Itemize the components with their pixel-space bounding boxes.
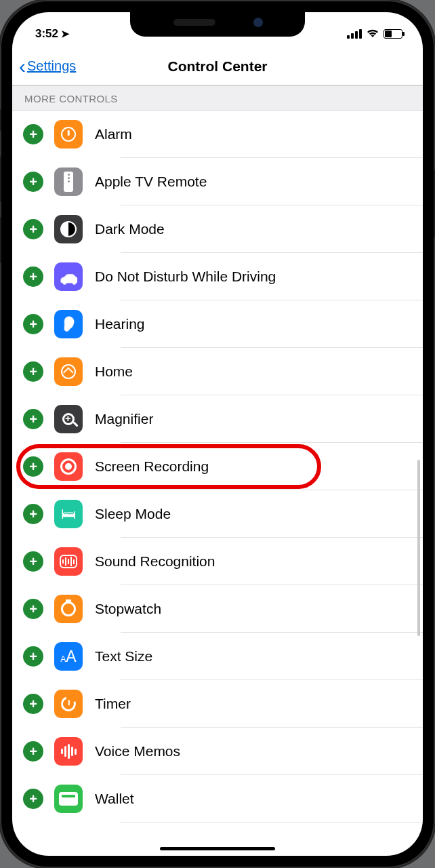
text-size-icon: AA bbox=[54, 642, 83, 671]
control-row[interactable]: +Wallet bbox=[12, 775, 423, 823]
wallet-icon bbox=[54, 785, 83, 813]
voice-memos-icon bbox=[54, 737, 83, 766]
control-label: Apple TV Remote bbox=[95, 174, 207, 190]
add-control-button[interactable]: + bbox=[23, 504, 43, 524]
control-row[interactable]: +Dark Mode bbox=[12, 205, 423, 253]
control-label: Stopwatch bbox=[95, 601, 161, 617]
sleep-mode-icon bbox=[54, 500, 83, 528]
control-row[interactable]: +Hearing bbox=[12, 300, 423, 348]
apple-tv-remote-icon bbox=[54, 167, 83, 196]
control-label: Wallet bbox=[95, 791, 134, 807]
control-label: Voice Memos bbox=[95, 743, 180, 760]
control-label: Sleep Mode bbox=[95, 506, 171, 522]
location-services-icon: ➤ bbox=[61, 28, 70, 40]
control-row[interactable]: +Sleep Mode bbox=[12, 490, 423, 538]
status-time: 3:52 bbox=[35, 27, 58, 41]
control-label: Dark Mode bbox=[95, 221, 165, 237]
add-control-button[interactable]: + bbox=[23, 456, 43, 477]
alarm-icon bbox=[54, 120, 83, 149]
back-button[interactable]: ‹ Settings bbox=[19, 58, 76, 74]
control-row[interactable]: +Magnifier bbox=[12, 395, 423, 443]
dnd-driving-icon bbox=[54, 262, 83, 291]
back-label: Settings bbox=[27, 58, 76, 74]
add-control-button[interactable]: + bbox=[23, 789, 43, 809]
hearing-icon bbox=[54, 310, 83, 338]
control-label: Alarm bbox=[95, 126, 132, 142]
more-controls-list: +Alarm+Apple TV Remote+Dark Mode+Do Not … bbox=[12, 111, 423, 823]
control-label: Hearing bbox=[95, 316, 145, 332]
screen-recording-icon bbox=[54, 452, 83, 481]
control-label: Do Not Disturb While Driving bbox=[95, 269, 276, 285]
add-control-button[interactable]: + bbox=[23, 314, 43, 334]
device-notch bbox=[130, 12, 305, 37]
navigation-bar: ‹ Settings Control Center bbox=[12, 47, 423, 85]
control-label: Text Size bbox=[95, 648, 152, 665]
add-control-button[interactable]: + bbox=[23, 172, 43, 192]
control-row[interactable]: +Alarm bbox=[12, 111, 423, 158]
home-indicator[interactable] bbox=[160, 847, 275, 850]
control-row[interactable]: +Apple TV Remote bbox=[12, 158, 423, 205]
home-icon bbox=[54, 357, 83, 386]
control-row[interactable]: +Home bbox=[12, 348, 423, 395]
battery-icon bbox=[384, 29, 402, 39]
timer-icon bbox=[54, 690, 83, 718]
add-control-button[interactable]: + bbox=[23, 646, 43, 667]
add-control-button[interactable]: + bbox=[23, 361, 43, 382]
control-label: Magnifier bbox=[95, 411, 153, 427]
scroll-indicator[interactable] bbox=[417, 460, 420, 636]
control-row[interactable]: +Stopwatch bbox=[12, 585, 423, 633]
cellular-signal-icon bbox=[347, 29, 362, 39]
add-control-button[interactable]: + bbox=[23, 409, 43, 429]
control-label: Sound Recognition bbox=[95, 553, 215, 570]
control-row[interactable]: +Voice Memos bbox=[12, 728, 423, 775]
control-row[interactable]: +Do Not Disturb While Driving bbox=[12, 253, 423, 300]
add-control-button[interactable]: + bbox=[23, 124, 43, 144]
section-header-more-controls: MORE CONTROLS bbox=[12, 85, 423, 111]
magnifier-icon bbox=[54, 405, 83, 433]
add-control-button[interactable]: + bbox=[23, 551, 43, 572]
add-control-button[interactable]: + bbox=[23, 599, 43, 619]
control-label: Timer bbox=[95, 696, 131, 712]
add-control-button[interactable]: + bbox=[23, 219, 43, 239]
add-control-button[interactable]: + bbox=[23, 267, 43, 287]
control-row[interactable]: +Timer bbox=[12, 680, 423, 728]
sound-recognition-icon bbox=[54, 547, 83, 576]
control-label: Screen Recording bbox=[95, 458, 209, 475]
add-control-button[interactable]: + bbox=[23, 741, 43, 762]
control-row[interactable]: +Screen Recording bbox=[12, 443, 423, 490]
dark-mode-icon bbox=[54, 215, 83, 243]
stopwatch-icon bbox=[54, 595, 83, 623]
control-row[interactable]: +AAText Size bbox=[12, 633, 423, 680]
control-label: Home bbox=[95, 363, 133, 380]
wifi-icon bbox=[366, 27, 379, 41]
add-control-button[interactable]: + bbox=[23, 694, 43, 714]
control-row[interactable]: +Sound Recognition bbox=[12, 538, 423, 585]
